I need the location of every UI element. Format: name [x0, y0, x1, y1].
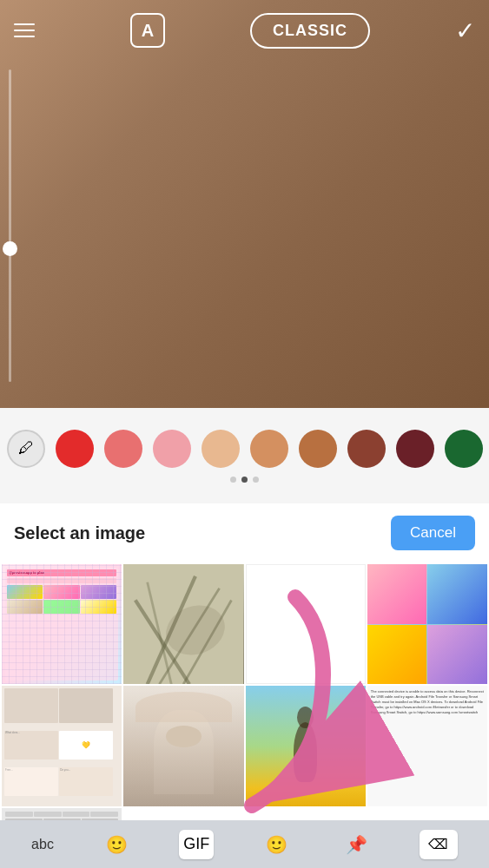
pin-icon: 📌 — [346, 834, 367, 855]
color-swatch-dark-red[interactable] — [396, 430, 434, 468]
color-swatch-red[interactable] — [56, 430, 94, 468]
dot-3[interactable] — [253, 477, 259, 483]
eyedropper-button[interactable]: 🖊 — [7, 430, 45, 468]
select-image-title: Select an image — [14, 523, 145, 543]
grid-cell-5[interactable]: What does... 💛 Free... Do you... — [2, 686, 122, 806]
color-swatch-tan[interactable] — [250, 430, 288, 468]
font-button-label: A — [142, 21, 154, 41]
grid-cell-3[interactable] — [246, 564, 366, 684]
palette-pagination — [230, 477, 259, 483]
font-button[interactable]: A — [130, 13, 165, 48]
select-image-panel: Select an image Cancel @preview.app to p… — [0, 503, 489, 868]
filter-classic-badge[interactable]: CLASSIC — [250, 13, 370, 49]
grid-cell-8[interactable]: The connected device is unable to access… — [367, 686, 487, 806]
hamburger-line-2 — [14, 30, 35, 31]
hamburger-menu-button[interactable] — [14, 15, 45, 46]
grid-cell-7[interactable] — [246, 686, 366, 806]
dot-2[interactable] — [241, 477, 248, 483]
grid-cell-4[interactable] — [367, 564, 487, 684]
grid-cell-6[interactable] — [123, 686, 243, 806]
hamburger-line-3 — [14, 36, 35, 37]
sticker-icon: 🙂 — [266, 834, 287, 855]
opacity-slider[interactable] — [9, 69, 11, 382]
cancel-button[interactable]: Cancel — [391, 516, 475, 550]
color-swatch-peach[interactable] — [202, 430, 240, 468]
dot-1[interactable] — [230, 477, 236, 483]
color-palette-area: 🖊 — [0, 408, 489, 503]
confirm-button[interactable]: ✓ — [455, 16, 475, 45]
color-swatch-brown[interactable] — [299, 430, 337, 468]
emoji-icon: 🙂 — [106, 834, 128, 855]
color-swatch-dark-green[interactable] — [445, 430, 483, 468]
palm-shadow-svg — [123, 564, 243, 684]
grid-cell-1[interactable]: @preview.app to plan — [2, 564, 122, 684]
keyboard-text-indicator: abc — [31, 837, 54, 852]
delete-button[interactable]: ⌫ — [420, 830, 458, 859]
color-swatches: 🖊 — [0, 430, 489, 468]
editor-canvas — [0, 0, 489, 408]
hamburger-line-1 — [14, 23, 35, 25]
delete-icon: ⌫ — [428, 836, 448, 852]
color-swatch-pink[interactable] — [153, 430, 191, 468]
eyedropper-icon: 🖊 — [18, 439, 34, 457]
emoji-button[interactable]: 🙂 — [99, 830, 134, 859]
top-toolbar: A CLASSIC ✓ — [0, 0, 489, 61]
sticker-button[interactable]: 🙂 — [259, 830, 294, 859]
gif-button[interactable]: GIF — [179, 830, 214, 859]
grid-cell-2[interactable] — [123, 564, 243, 684]
slider-thumb[interactable] — [3, 241, 17, 256]
color-swatch-salmon[interactable] — [104, 430, 142, 468]
select-image-header: Select an image Cancel — [0, 503, 489, 562]
color-swatch-dark-brown[interactable] — [347, 430, 386, 468]
error-text: The connected device is unable to access… — [371, 689, 484, 715]
gif-label: GIF — [183, 835, 209, 853]
pin-button[interactable]: 📌 — [340, 830, 374, 859]
keyboard-bar: abc 🙂 GIF 🙂 📌 ⌫ — [0, 820, 489, 868]
classic-label: CLASSIC — [273, 22, 347, 39]
